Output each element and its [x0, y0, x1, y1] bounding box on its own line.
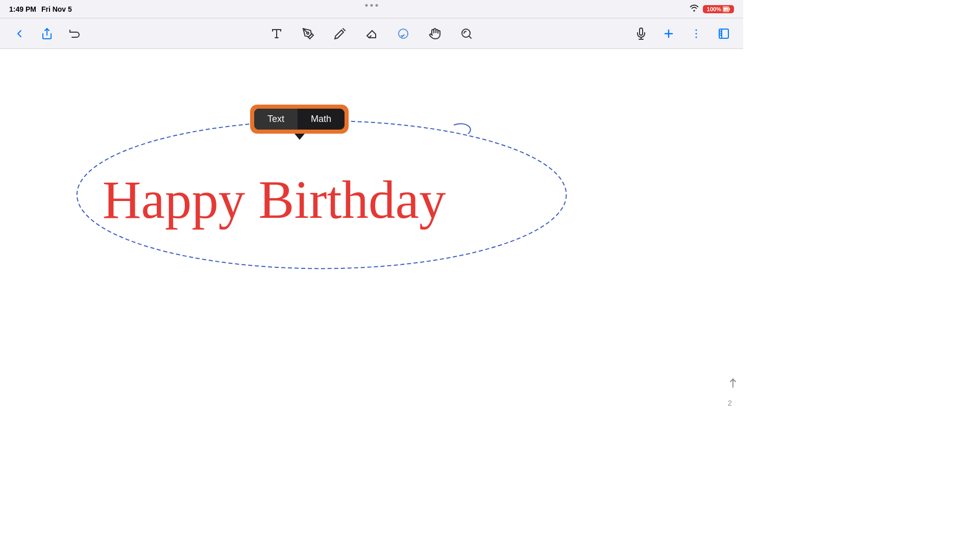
microphone-button[interactable] — [632, 24, 650, 43]
share-button[interactable] — [38, 24, 56, 43]
svg-rect-1 — [729, 8, 730, 10]
popup-caret — [295, 134, 305, 140]
status-bar: 1:49 PM Fri Nov 5 100% ⚡ — [0, 0, 743, 18]
status-right: 100% ⚡ — [690, 5, 734, 13]
pen-tool-button[interactable] — [299, 24, 317, 43]
toolbar-right — [632, 24, 733, 43]
add-button[interactable] — [659, 24, 678, 43]
toolbar-left — [10, 24, 84, 43]
eraser-button[interactable] — [362, 24, 381, 43]
svg-point-16 — [696, 33, 697, 34]
text-tool-button[interactable] — [267, 24, 286, 43]
battery-percentage: 100% — [707, 6, 721, 12]
text-option-button[interactable]: Text — [254, 109, 298, 130]
svg-line-8 — [343, 29, 345, 31]
lasso-button[interactable] — [394, 24, 412, 43]
canvas-area: Happy Birthday Text Math 2 — [0, 49, 743, 416]
more-button[interactable] — [687, 24, 705, 43]
toolbar — [0, 18, 743, 49]
scroll-indicator[interactable] — [728, 378, 738, 391]
svg-point-9 — [399, 29, 408, 38]
selection-handle — [454, 124, 471, 134]
wifi-icon — [690, 5, 699, 13]
handwriting-text: Happy Birthday — [103, 170, 446, 230]
undo-button[interactable] — [65, 24, 84, 43]
loop-button[interactable] — [457, 24, 476, 43]
popup-inner: Text Math — [254, 109, 345, 130]
page-number: 2 — [728, 398, 732, 407]
hand-button[interactable] — [426, 24, 444, 43]
pencil-tool-button[interactable] — [331, 24, 349, 43]
toolbar-center — [267, 24, 476, 43]
svg-point-15 — [696, 29, 697, 31]
popup-border: Text Math — [250, 105, 349, 134]
battery-indicator: 100% ⚡ — [703, 5, 734, 13]
top-dots — [365, 4, 378, 7]
back-button[interactable] — [10, 24, 29, 43]
date: Fri Nov 5 — [41, 5, 72, 13]
status-left: 1:49 PM Fri Nov 5 — [9, 5, 72, 13]
svg-point-7 — [307, 32, 309, 34]
svg-point-17 — [696, 36, 697, 38]
notebook-button[interactable] — [715, 24, 733, 43]
math-option-button[interactable]: Math — [298, 109, 345, 130]
time: 1:49 PM — [9, 5, 36, 13]
popup-menu: Text Math — [250, 105, 349, 134]
drawing-canvas: Happy Birthday — [0, 49, 743, 416]
svg-text:⚡: ⚡ — [724, 8, 728, 12]
